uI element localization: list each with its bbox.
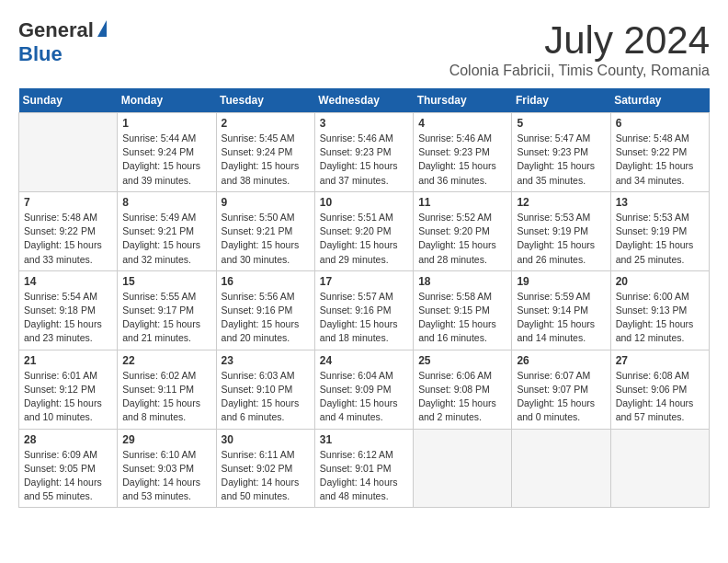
day-info: Sunrise: 6:07 AM Sunset: 9:07 PM Dayligh…: [517, 369, 605, 425]
day-number: 31: [320, 433, 408, 446]
day-info: Sunrise: 5:47 AM Sunset: 9:23 PM Dayligh…: [517, 132, 605, 188]
day-number: 6: [616, 117, 704, 130]
calendar-week-row: 28Sunrise: 6:09 AM Sunset: 9:05 PM Dayli…: [19, 429, 710, 508]
calendar-week-row: 21Sunrise: 6:01 AM Sunset: 9:12 PM Dayli…: [19, 350, 710, 429]
table-row: 18Sunrise: 5:58 AM Sunset: 9:15 PM Dayli…: [414, 270, 512, 350]
day-info: Sunrise: 5:59 AM Sunset: 9:14 PM Dayligh…: [517, 290, 605, 346]
day-number: 15: [122, 275, 210, 288]
day-info: Sunrise: 5:56 AM Sunset: 9:16 PM Dayligh…: [222, 290, 310, 346]
table-row: 16Sunrise: 5:56 AM Sunset: 9:16 PM Dayli…: [216, 270, 314, 350]
calendar-week-row: 7Sunrise: 5:48 AM Sunset: 9:22 PM Daylig…: [19, 191, 710, 270]
table-row: 28Sunrise: 6:09 AM Sunset: 9:05 PM Dayli…: [19, 429, 118, 508]
table-row: [19, 113, 118, 192]
day-info: Sunrise: 5:50 AM Sunset: 9:21 PM Dayligh…: [222, 211, 310, 267]
table-row: 8Sunrise: 5:49 AM Sunset: 9:21 PM Daylig…: [118, 191, 216, 270]
day-info: Sunrise: 6:09 AM Sunset: 9:05 PM Dayligh…: [24, 448, 112, 504]
day-number: 8: [122, 196, 210, 209]
day-info: Sunrise: 5:48 AM Sunset: 9:22 PM Dayligh…: [24, 211, 112, 267]
logo: General Blue: [18, 18, 107, 66]
header-thursday: Thursday: [414, 88, 512, 113]
table-row: 5Sunrise: 5:47 AM Sunset: 9:23 PM Daylig…: [512, 113, 610, 192]
table-row: 9Sunrise: 5:50 AM Sunset: 9:21 PM Daylig…: [216, 191, 314, 270]
table-row: 3Sunrise: 5:46 AM Sunset: 9:23 PM Daylig…: [314, 113, 413, 192]
logo-blue: Blue: [18, 42, 63, 66]
day-info: Sunrise: 5:46 AM Sunset: 9:23 PM Dayligh…: [320, 132, 408, 188]
day-number: 12: [517, 196, 605, 209]
day-info: Sunrise: 6:03 AM Sunset: 9:10 PM Dayligh…: [222, 369, 310, 425]
day-info: Sunrise: 6:00 AM Sunset: 9:13 PM Dayligh…: [616, 290, 704, 346]
table-row: 17Sunrise: 5:57 AM Sunset: 9:16 PM Dayli…: [314, 270, 413, 350]
day-number: 29: [122, 433, 210, 446]
day-number: 30: [222, 433, 310, 446]
day-number: 17: [320, 275, 408, 288]
day-number: 1: [122, 117, 210, 130]
day-number: 20: [616, 275, 704, 288]
day-info: Sunrise: 5:53 AM Sunset: 9:19 PM Dayligh…: [616, 211, 704, 267]
calendar-table: SundayMondayTuesdayWednesdayThursdayFrid…: [18, 88, 710, 508]
table-row: 25Sunrise: 6:06 AM Sunset: 9:08 PM Dayli…: [414, 350, 512, 429]
calendar-header-row: SundayMondayTuesdayWednesdayThursdayFrid…: [19, 88, 710, 113]
day-number: 26: [517, 354, 605, 367]
day-number: 7: [24, 196, 112, 209]
day-info: Sunrise: 5:51 AM Sunset: 9:20 PM Dayligh…: [320, 211, 408, 267]
table-row: 13Sunrise: 5:53 AM Sunset: 9:19 PM Dayli…: [610, 191, 709, 270]
logo-general: General: [18, 18, 94, 42]
day-info: Sunrise: 5:52 AM Sunset: 9:20 PM Dayligh…: [418, 211, 506, 267]
header-saturday: Saturday: [610, 88, 709, 113]
day-info: Sunrise: 6:02 AM Sunset: 9:11 PM Dayligh…: [122, 369, 210, 425]
table-row: [610, 429, 709, 508]
page-header: General Blue July 2024 Colonia Fabricii,…: [18, 18, 710, 79]
table-row: 11Sunrise: 5:52 AM Sunset: 9:20 PM Dayli…: [414, 191, 512, 270]
day-info: Sunrise: 5:45 AM Sunset: 9:24 PM Dayligh…: [222, 132, 310, 188]
table-row: 29Sunrise: 6:10 AM Sunset: 9:03 PM Dayli…: [118, 429, 216, 508]
day-info: Sunrise: 5:48 AM Sunset: 9:22 PM Dayligh…: [616, 132, 704, 188]
day-info: Sunrise: 5:54 AM Sunset: 9:18 PM Dayligh…: [24, 290, 112, 346]
header-friday: Friday: [512, 88, 610, 113]
table-row: 24Sunrise: 6:04 AM Sunset: 9:09 PM Dayli…: [314, 350, 413, 429]
day-number: 11: [418, 196, 506, 209]
header-sunday: Sunday: [19, 88, 118, 113]
table-row: 30Sunrise: 6:11 AM Sunset: 9:02 PM Dayli…: [216, 429, 314, 508]
logo-triangle-icon: [97, 20, 107, 37]
day-info: Sunrise: 6:01 AM Sunset: 9:12 PM Dayligh…: [24, 369, 112, 425]
day-number: 4: [418, 117, 506, 130]
day-info: Sunrise: 6:12 AM Sunset: 9:01 PM Dayligh…: [320, 448, 408, 504]
day-number: 19: [517, 275, 605, 288]
day-number: 23: [222, 354, 310, 367]
day-info: Sunrise: 6:06 AM Sunset: 9:08 PM Dayligh…: [418, 369, 506, 425]
table-row: 7Sunrise: 5:48 AM Sunset: 9:22 PM Daylig…: [19, 191, 118, 270]
day-number: 22: [122, 354, 210, 367]
table-row: 26Sunrise: 6:07 AM Sunset: 9:07 PM Dayli…: [512, 350, 610, 429]
table-row: 19Sunrise: 5:59 AM Sunset: 9:14 PM Dayli…: [512, 270, 610, 350]
day-number: 18: [418, 275, 506, 288]
table-row: 1Sunrise: 5:44 AM Sunset: 9:24 PM Daylig…: [118, 113, 216, 192]
day-info: Sunrise: 5:57 AM Sunset: 9:16 PM Dayligh…: [320, 290, 408, 346]
table-row: 4Sunrise: 5:46 AM Sunset: 9:23 PM Daylig…: [414, 113, 512, 192]
table-row: 22Sunrise: 6:02 AM Sunset: 9:11 PM Dayli…: [118, 350, 216, 429]
table-row: 23Sunrise: 6:03 AM Sunset: 9:10 PM Dayli…: [216, 350, 314, 429]
calendar-week-row: 14Sunrise: 5:54 AM Sunset: 9:18 PM Dayli…: [19, 270, 710, 350]
day-info: Sunrise: 5:58 AM Sunset: 9:15 PM Dayligh…: [418, 290, 506, 346]
location-subtitle: Colonia Fabricii, Timis County, Romania: [449, 63, 710, 79]
day-info: Sunrise: 6:11 AM Sunset: 9:02 PM Dayligh…: [222, 448, 310, 504]
table-row: 12Sunrise: 5:53 AM Sunset: 9:19 PM Dayli…: [512, 191, 610, 270]
table-row: 2Sunrise: 5:45 AM Sunset: 9:24 PM Daylig…: [216, 113, 314, 192]
day-info: Sunrise: 6:08 AM Sunset: 9:06 PM Dayligh…: [616, 369, 704, 425]
day-info: Sunrise: 5:55 AM Sunset: 9:17 PM Dayligh…: [122, 290, 210, 346]
table-row: 21Sunrise: 6:01 AM Sunset: 9:12 PM Dayli…: [19, 350, 118, 429]
table-row: 20Sunrise: 6:00 AM Sunset: 9:13 PM Dayli…: [610, 270, 709, 350]
day-info: Sunrise: 5:49 AM Sunset: 9:21 PM Dayligh…: [122, 211, 210, 267]
day-number: 10: [320, 196, 408, 209]
day-number: 14: [24, 275, 112, 288]
table-row: 6Sunrise: 5:48 AM Sunset: 9:22 PM Daylig…: [610, 113, 709, 192]
day-number: 25: [418, 354, 506, 367]
day-info: Sunrise: 5:44 AM Sunset: 9:24 PM Dayligh…: [122, 132, 210, 188]
title-block: July 2024 Colonia Fabricii, Timis County…: [449, 18, 710, 79]
header-monday: Monday: [118, 88, 216, 113]
day-number: 13: [616, 196, 704, 209]
day-info: Sunrise: 6:04 AM Sunset: 9:09 PM Dayligh…: [320, 369, 408, 425]
table-row: 15Sunrise: 5:55 AM Sunset: 9:17 PM Dayli…: [118, 270, 216, 350]
day-info: Sunrise: 5:53 AM Sunset: 9:19 PM Dayligh…: [517, 211, 605, 267]
day-number: 21: [24, 354, 112, 367]
table-row: 14Sunrise: 5:54 AM Sunset: 9:18 PM Dayli…: [19, 270, 118, 350]
